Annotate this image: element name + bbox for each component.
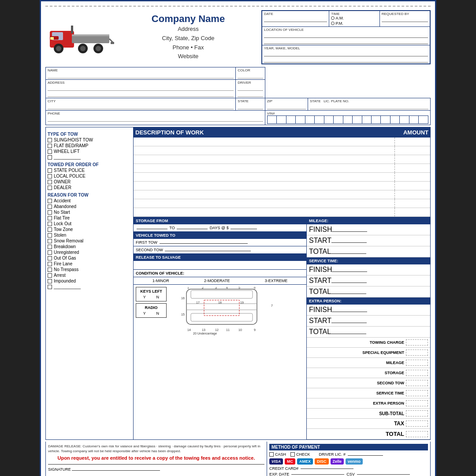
desc-line — [134, 146, 430, 155]
reason-abandoned: Abandoned — [48, 204, 131, 209]
company-info: Company Name Address City, State, Zip Co… — [119, 13, 257, 61]
order-dealer: DEALER — [48, 185, 131, 190]
reason-accident: Accident — [48, 198, 131, 203]
type-of-tow-title: TYPE OF TOW — [48, 132, 131, 137]
svg-rect-16 — [191, 290, 253, 298]
charge-storage: STORAGE — [307, 368, 430, 378]
reason-outofgas: Out Of Gas — [48, 256, 131, 260]
discover-badge: DISC — [315, 458, 329, 465]
reason-firelane: Fire Lane — [48, 261, 131, 266]
charge-subtotal: SUB-TOTAL — [307, 409, 430, 419]
reason-stolen: Stolen — [48, 233, 131, 238]
svg-text:1: 1 — [187, 287, 189, 289]
charge-special: SPECIAL EQUIPMENT — [307, 348, 430, 358]
order-local-police: LOCAL POLICE — [48, 174, 131, 178]
truck-icon — [45, 18, 116, 57]
desc-lines — [134, 138, 430, 217]
mastercard-badge: MC — [285, 458, 295, 465]
company-name: Company Name — [119, 13, 257, 25]
svg-point-5 — [56, 46, 61, 51]
desc-line — [134, 164, 430, 173]
svg-text:6: 6 — [254, 287, 256, 289]
svg-text:12: 12 — [215, 328, 219, 331]
reason-impounded: Impounded — [48, 279, 131, 283]
reason-for-tow-title: REASON FOR TOW — [48, 193, 131, 197]
footer-area: DAMAGE RELEASE: Customer's own risk for … — [45, 442, 431, 476]
payment-header: METHOD OF PAYMENT — [269, 444, 428, 450]
keys-radio-section: KEYS LEFT Y N RADIO Y N — [136, 287, 167, 337]
order-owner: OWNER — [48, 179, 131, 184]
svg-text:10: 10 — [238, 328, 242, 331]
tow-flatbed: FLAT BED/RAMP — [48, 143, 131, 148]
desc-line — [134, 190, 430, 199]
payment-options: CASH CHECK DRIVER LIC. # — [269, 452, 428, 457]
zelle-badge: Zelle — [331, 458, 344, 465]
svg-text:13: 13 — [202, 328, 205, 331]
svg-text:9: 9 — [254, 328, 256, 331]
desc-line — [134, 182, 430, 190]
desc-line — [134, 199, 430, 208]
reason-other: ___________ — [48, 284, 131, 289]
reason-breakdown: Breakdown — [48, 244, 131, 249]
charge-mileage: MILEAGE — [307, 358, 430, 368]
svg-text:17: 17 — [196, 301, 200, 304]
reason-nostart: No Start — [48, 210, 131, 215]
company-logo: Company Name Address City, State, Zip Co… — [45, 10, 257, 64]
desc-header: DESCRIPTION OF WORK AMOUNT — [134, 127, 430, 138]
charge-extraperson: EXTRA PERSON — [307, 398, 430, 409]
towing-notice: Upon request, you are entitled to receiv… — [48, 455, 264, 461]
left-panel: TYPE OF TOW SLING/HOIST TOW FLAT BED/RAM… — [45, 127, 134, 440]
payment-cards: VISA MC AMEX DISC Zelle venmo — [269, 458, 428, 465]
svg-text:19: 19 — [240, 301, 244, 304]
cut-line — [45, 6, 431, 7]
reason-towzone: Tow Zone — [48, 227, 131, 232]
svg-point-7 — [80, 46, 86, 51]
signature-row: SIGNATURE — [48, 464, 264, 472]
desc-line — [134, 155, 430, 164]
condition-grades: 1-MINOR 2-MODERATE 3-EXTREME — [134, 277, 306, 285]
header-fields: DATE TIME A.M. P.M. REQUESTED BY LOCATIO… — [261, 10, 431, 64]
order-state-police: STATE POLICE — [48, 168, 131, 173]
svg-rect-10 — [71, 26, 73, 33]
svg-point-9 — [96, 46, 101, 51]
svg-text:15: 15 — [181, 313, 185, 316]
tow-other: ___________ — [48, 155, 131, 160]
svg-text:7: 7 — [271, 304, 273, 307]
main-body: TYPE OF TOW SLING/HOIST TOW FLAT BED/RAM… — [45, 127, 431, 440]
car-diagram-svg: 1 2 3 4 5 6 7 9 10 11 — [169, 287, 275, 335]
svg-rect-15 — [186, 289, 257, 324]
credit-fields: CREDIT CARD# EXP. DATE CSV — [269, 466, 428, 476]
tow-sling: SLING/HOIST TOW — [48, 138, 131, 142]
company-address: Address City, State, Zip Code Phone • Fa… — [119, 25, 257, 61]
svg-rect-3 — [72, 34, 109, 36]
svg-text:11: 11 — [226, 328, 230, 331]
charge-towing: TOWING CHARGE — [307, 338, 430, 348]
charge-tax: TAX — [307, 419, 430, 429]
tow-wheellift: WHEEL LIFT — [48, 149, 131, 154]
charge-servicetime: SERVICE TIME — [307, 388, 430, 398]
svg-rect-12 — [50, 37, 54, 40]
svg-text:20 Undercarriage: 20 Undercarriage — [193, 332, 217, 335]
desc-line — [134, 138, 430, 146]
svg-text:5: 5 — [238, 287, 240, 289]
svg-rect-2 — [72, 35, 109, 43]
right-panel: DESCRIPTION OF WORK AMOUNT STORAGE FROM — [134, 127, 431, 440]
svg-rect-14 — [111, 42, 114, 44]
pay-check: CHECK — [290, 452, 310, 457]
info-table: NAME COLOR ADDRESS DRIVER CITY STATE ZIP… — [45, 67, 431, 125]
car-diagram: 1 2 3 4 5 6 7 9 10 11 — [169, 287, 304, 337]
pay-cash: CASH — [269, 452, 286, 457]
reason-arrest: Arrest — [48, 273, 131, 278]
reason-snowremoval: Snow Removal — [48, 238, 131, 243]
header-section: Company Name Address City, State, Zip Co… — [45, 10, 431, 64]
storage-section: STORAGE FROM TO DAYS @ $ VEHICLE TOWED T… — [134, 217, 430, 439]
condition-header: CONDITION OF VEHICLE: — [134, 270, 306, 277]
reason-notrespass: No Trespass — [48, 267, 131, 272]
svg-text:4: 4 — [226, 287, 228, 289]
svg-text:16: 16 — [181, 297, 185, 300]
amex-badge: AMEX — [297, 458, 313, 465]
car-diagram-area: KEYS LEFT Y N RADIO Y N — [134, 285, 306, 339]
charge-total: TOTAL — [307, 429, 430, 439]
footer-right: METHOD OF PAYMENT CASH CHECK DRIVER LIC.… — [267, 442, 430, 476]
reason-unregistered: Unregistered — [48, 250, 131, 255]
